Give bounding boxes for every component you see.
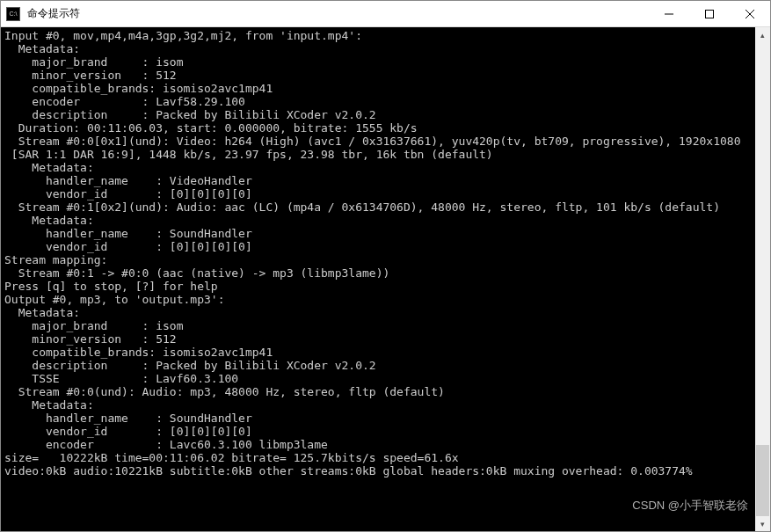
window-title: 命令提示符: [25, 6, 649, 21]
terminal-output[interactable]: Input #0, mov,mp4,m4a,3gp,3g2,mj2, from …: [1, 27, 755, 531]
svg-rect-1: [706, 10, 714, 18]
vertical-scrollbar[interactable]: ▴ ▾: [755, 27, 770, 531]
command-prompt-window: C:\ 命令提示符 Input #0, mov,mp4,m4a,3gp,3g2,…: [0, 0, 771, 532]
app-icon: C:\: [6, 7, 20, 21]
window-controls: [649, 1, 770, 26]
terminal-wrapper: Input #0, mov,mp4,m4a,3gp,3g2,mj2, from …: [1, 27, 770, 531]
scrollbar-track[interactable]: [755, 42, 770, 516]
scrollbar-thumb[interactable]: [756, 445, 769, 516]
titlebar[interactable]: C:\ 命令提示符: [1, 1, 770, 27]
close-button[interactable]: [730, 1, 770, 26]
minimize-button[interactable]: [649, 1, 689, 26]
scrollbar-arrow-up-icon[interactable]: ▴: [755, 27, 770, 42]
scrollbar-arrow-down-icon[interactable]: ▾: [755, 516, 770, 531]
maximize-button[interactable]: [689, 1, 730, 26]
